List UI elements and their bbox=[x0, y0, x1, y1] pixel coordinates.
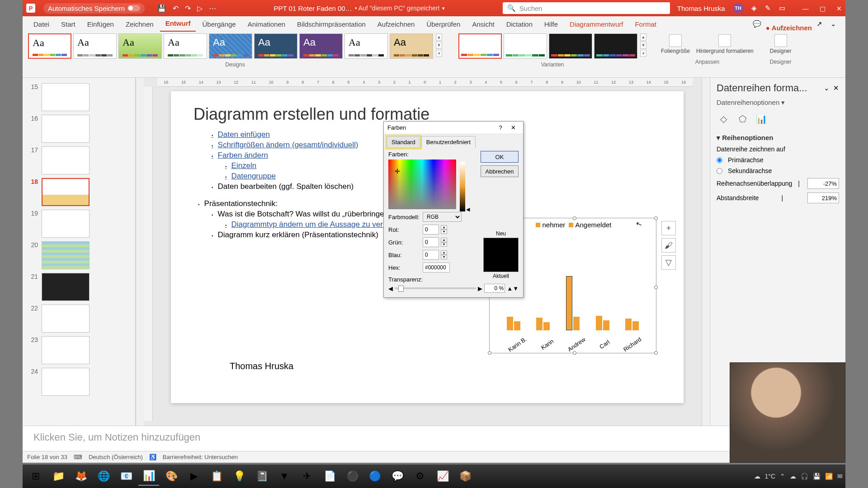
accessibility[interactable]: Barrierefreiheit: Untersuchen bbox=[163, 454, 238, 460]
telegram-icon[interactable]: ✈ bbox=[297, 467, 317, 486]
excel-icon[interactable]: 📈 bbox=[432, 467, 453, 486]
variant-item[interactable] bbox=[504, 33, 547, 59]
resize-handle[interactable] bbox=[654, 216, 658, 220]
dialog-close-icon[interactable]: ✕ bbox=[507, 124, 519, 131]
app-icon[interactable]: 🔵 bbox=[364, 467, 385, 486]
diamond-icon[interactable]: ◈ bbox=[751, 4, 757, 12]
luminance-slider[interactable]: ◀ bbox=[460, 162, 465, 211]
app-icon[interactable]: 🎨 bbox=[161, 467, 182, 486]
search-box[interactable]: 🔍 Suchen bbox=[503, 2, 670, 14]
weather-icon[interactable]: ☁ bbox=[754, 473, 760, 480]
tab-ubergange[interactable]: Übergänge bbox=[197, 17, 241, 32]
variant-item[interactable] bbox=[458, 33, 502, 59]
lang-icon[interactable]: ⌨ bbox=[74, 454, 82, 460]
share-icon[interactable]: ↗ bbox=[813, 16, 826, 32]
tab-bildschirm[interactable]: Bildschirmpräsentation bbox=[292, 17, 371, 32]
effects-icon[interactable]: ⬠ bbox=[736, 112, 749, 126]
cancel-button[interactable]: Abbrechen bbox=[481, 165, 519, 177]
theme-item[interactable]: Aa bbox=[299, 33, 343, 59]
resize-handle[interactable] bbox=[573, 216, 576, 220]
variant-item[interactable] bbox=[594, 33, 637, 59]
tab-diagramm[interactable]: Diagrammentwurf bbox=[564, 17, 628, 32]
section-header[interactable]: Reihenoptionen bbox=[722, 134, 773, 141]
close-icon[interactable]: ✕ bbox=[836, 5, 842, 12]
tab-custom[interactable]: Benutzerdefiniert bbox=[421, 136, 476, 148]
transparency-slider[interactable] bbox=[395, 287, 476, 289]
chevron-down-icon[interactable]: ▾ bbox=[442, 5, 445, 11]
autosave-toggle[interactable]: Automatisches Speichern bbox=[43, 3, 145, 14]
theme-item[interactable]: Aa bbox=[390, 33, 433, 59]
theme-item[interactable]: Aa bbox=[118, 33, 162, 59]
more-icon[interactable]: ⋯ bbox=[209, 4, 216, 13]
accessibility-icon[interactable]: ♿ bbox=[149, 454, 156, 460]
transparency-input[interactable] bbox=[484, 284, 505, 293]
theme-item[interactable]: Aa bbox=[254, 33, 297, 59]
resize-handle[interactable] bbox=[654, 286, 658, 289]
chart-plus-icon[interactable]: + bbox=[661, 221, 676, 235]
tray-icon[interactable]: ✉ bbox=[837, 473, 843, 480]
app-icon[interactable]: 📄 bbox=[319, 467, 340, 486]
save-icon[interactable]: 💾 bbox=[157, 4, 166, 13]
theme-item[interactable]: Aa bbox=[344, 33, 388, 59]
outlook-icon[interactable]: 📧 bbox=[116, 467, 137, 486]
tab-format[interactable]: Format bbox=[629, 17, 662, 32]
overlap-input[interactable] bbox=[807, 178, 839, 189]
window-icon[interactable]: ▭ bbox=[779, 4, 785, 12]
app-icon[interactable]: 📦 bbox=[455, 467, 476, 486]
collapse-icon[interactable]: ▾ bbox=[717, 134, 720, 141]
green-input[interactable] bbox=[423, 237, 439, 247]
color-crosshair[interactable]: ✛ bbox=[395, 168, 400, 175]
powerpoint-icon[interactable]: 📊 bbox=[138, 467, 159, 486]
app-icon[interactable]: ▼ bbox=[274, 467, 295, 486]
tab-hilfe[interactable]: Hilfe bbox=[539, 17, 563, 32]
resize-handle[interactable] bbox=[573, 351, 576, 355]
help-icon[interactable]: ? bbox=[494, 124, 507, 131]
blue-input[interactable] bbox=[423, 250, 439, 260]
tab-dictation[interactable]: Dictation bbox=[501, 17, 538, 32]
designer-button[interactable]: Designer bbox=[768, 33, 793, 55]
record-button[interactable]: Aufzeichnen bbox=[766, 24, 812, 32]
tab-ansicht[interactable]: Ansicht bbox=[467, 17, 500, 32]
chart-brush-icon[interactable]: 🖌 bbox=[661, 238, 676, 253]
tab-uberprufen[interactable]: Überprüfen bbox=[421, 17, 466, 32]
dialog-titlebar[interactable]: Farben ? ✕ bbox=[384, 122, 523, 134]
pane-options[interactable]: Datenreihenoptionen bbox=[717, 99, 779, 106]
maximize-icon[interactable]: ▢ bbox=[820, 5, 826, 12]
theme-item[interactable]: Aa bbox=[73, 33, 117, 59]
language[interactable]: Deutsch (Österreich) bbox=[89, 454, 143, 460]
slide-size-button[interactable]: Foliengröße bbox=[659, 33, 692, 55]
firefox-icon[interactable]: 🦊 bbox=[71, 467, 91, 486]
tab-start[interactable]: Start bbox=[56, 17, 81, 32]
pane-close-icon[interactable]: ✕ bbox=[833, 84, 839, 92]
tab-aufzeichnen[interactable]: Aufzeichnen bbox=[372, 17, 420, 32]
toggle-switch[interactable] bbox=[127, 5, 140, 11]
theme-item[interactable]: Aa bbox=[28, 33, 71, 59]
notes-pane[interactable]: Klicken Sie, um Notizen hinzuzufügen bbox=[23, 426, 845, 451]
tab-datei[interactable]: Datei bbox=[28, 17, 55, 32]
theme-scroll[interactable]: ▲▼▾ bbox=[436, 33, 442, 59]
tab-entwurf[interactable]: Entwurf bbox=[160, 16, 196, 32]
primary-axis-radio[interactable] bbox=[717, 157, 722, 163]
tray-icon[interactable]: 💾 bbox=[813, 473, 821, 480]
ok-button[interactable]: OK bbox=[481, 151, 519, 163]
user-name[interactable]: Thomas Hruska bbox=[677, 5, 725, 12]
pen-icon[interactable]: ✎ bbox=[765, 4, 771, 12]
onenote-icon[interactable]: 📓 bbox=[251, 467, 272, 486]
settings-icon[interactable]: ⚙ bbox=[410, 467, 430, 486]
start-button[interactable]: ⊞ bbox=[25, 467, 46, 486]
obs-icon[interactable]: ⚫ bbox=[342, 467, 363, 486]
variant-item[interactable] bbox=[549, 33, 592, 59]
spinner[interactable]: ▲▼ bbox=[507, 285, 519, 292]
gap-input[interactable] bbox=[807, 192, 839, 203]
thumb-scrollbar[interactable] bbox=[136, 78, 144, 426]
hex-input[interactable] bbox=[423, 263, 450, 272]
slide-author[interactable]: Thomas Hruska bbox=[230, 361, 293, 371]
color-field[interactable]: ✛ bbox=[388, 160, 456, 209]
tab-standard[interactable]: Standard bbox=[387, 136, 420, 148]
resize-handle[interactable] bbox=[654, 351, 658, 355]
slider-left-icon[interactable]: ◀ bbox=[388, 285, 393, 292]
canvas-scrollbar[interactable] bbox=[702, 78, 710, 426]
tray-icon[interactable]: 🎧 bbox=[801, 473, 808, 480]
temperature[interactable]: 1°C bbox=[765, 473, 776, 480]
theme-item[interactable]: Aa bbox=[209, 33, 252, 59]
